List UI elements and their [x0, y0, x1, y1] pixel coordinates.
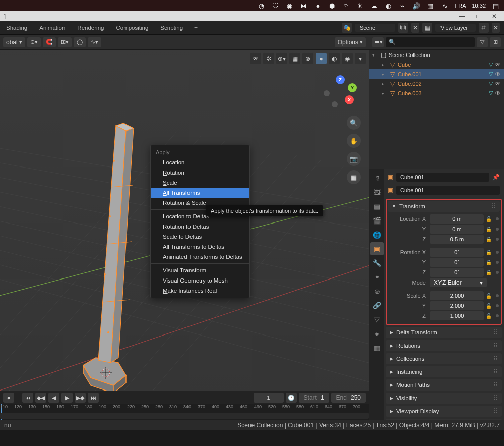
timeline-ruler[interactable]: 1101201301501601701801902002202502803103… [0, 404, 369, 420]
wireframe-shading-icon[interactable]: ⊚ [302, 53, 313, 64]
lock-icon[interactable]: 🔓 [486, 313, 493, 319]
pan-icon[interactable]: ✋ [347, 134, 361, 148]
particle-tab-icon[interactable]: ✦ [370, 270, 384, 284]
lock-icon[interactable]: 🔓 [486, 237, 493, 242]
wifi-icon[interactable]: ⌔ [342, 2, 350, 10]
start-frame-field[interactable]: Start1 [299, 393, 329, 403]
object-name-input[interactable] [396, 186, 500, 195]
menu-item-scale[interactable]: Scale [151, 178, 249, 188]
custom-properties-panel-header[interactable]: ▶Custom Properties⠿ [386, 419, 502, 420]
scale-y-field[interactable]: 2.000 [430, 301, 484, 310]
visibility-toggle-icon[interactable]: 👁 [495, 61, 501, 68]
tray-icon[interactable]: ◔ [257, 2, 265, 10]
tab-scripting[interactable]: Scripting [154, 21, 189, 34]
play-icon[interactable]: ▶ [61, 393, 73, 403]
outliner-new-collection-icon[interactable]: ⊞ [490, 37, 501, 47]
lock-icon[interactable]: 🔓 [486, 270, 493, 275]
tray-icon[interactable]: ⧓ [299, 2, 307, 10]
add-workspace-button[interactable]: + [189, 24, 203, 31]
transform-panel-header[interactable]: ▼ Transform ⠿ [388, 201, 500, 212]
visibility-toggle-icon[interactable]: 👁 [495, 80, 501, 87]
scale-x-field[interactable]: 2.000 [430, 291, 484, 300]
weather-icon[interactable]: ☀ [356, 2, 364, 10]
lock-icon[interactable]: 🔓 [486, 227, 493, 232]
keyframe-dot[interactable] [496, 314, 499, 317]
keyframe-dot[interactable] [496, 271, 499, 274]
jump-start-icon[interactable]: ⏮ [22, 393, 33, 403]
outliner-row[interactable]: ▸ ▽ Cube.001 ▽ 👁 [369, 69, 504, 79]
play-reverse-icon[interactable]: ◀ [48, 393, 59, 403]
options-dropdown[interactable]: Options ▾ [335, 37, 366, 47]
tray-icon[interactable]: 🛡 [271, 2, 279, 10]
view-layer-field[interactable]: View Layer [435, 24, 476, 32]
selectability-icon[interactable]: 👁 [250, 53, 261, 64]
zoom-icon[interactable]: 🔍 [347, 116, 361, 130]
lock-icon[interactable]: 🔓 [486, 216, 493, 222]
menu-item-rotation[interactable]: Rotation [151, 168, 249, 178]
scrollbar[interactable] [0, 413, 369, 419]
outliner-row[interactable]: ▸ ▽ Cube ▽ 👁 [369, 60, 504, 69]
disclosure-icon[interactable]: ▸ [382, 72, 387, 77]
menu-item-visual-geometry[interactable]: Visual Geometry to Mesh [151, 275, 249, 286]
scene-name-field[interactable]: Scene [355, 24, 395, 32]
modifier-tab-icon[interactable]: 🔧 [370, 256, 384, 269]
pivot-dropdown[interactable]: ⊙▾ [27, 37, 41, 47]
tab-animation[interactable]: Animation [33, 21, 71, 34]
axis-y[interactable]: Y [348, 83, 357, 92]
menu-item-rotation-deltas[interactable]: Rotation to Deltas [151, 221, 249, 232]
viewlayer-copy-icon[interactable]: ⿻ [479, 23, 489, 33]
axis-neg[interactable] [324, 90, 330, 96]
material-tab-icon[interactable]: ● [370, 327, 384, 340]
panel-options-icon[interactable]: ⠿ [491, 203, 496, 210]
outliner-mode-dropdown[interactable]: ≔▾ [372, 37, 384, 47]
volume-icon[interactable]: 🔊 [412, 2, 420, 10]
menu-item-all-deltas[interactable]: All Transforms to Deltas [151, 242, 249, 252]
lock-icon[interactable]: 🔓 [486, 260, 493, 265]
viewport-canvas[interactable]: 👁 ✲ ⊕▾ ▦ ⊚ ● ◐ ◉ ▾ Z Y X 🔍 ✋ 📷 [0, 50, 369, 391]
steam-icon[interactable]: ◐ [384, 2, 392, 10]
instancing-panel-header[interactable]: ▶Instancing⠿ [386, 366, 502, 377]
proportional-toggle[interactable]: ◯ [74, 37, 86, 47]
axis-x[interactable]: X [345, 95, 354, 104]
selected-mesh-object[interactable] [81, 116, 151, 391]
jump-end-icon[interactable]: ⏭ [88, 393, 99, 403]
menu-item-make-instances[interactable]: Make Instances Real [151, 286, 249, 296]
tray-icon[interactable]: ⬢ [328, 2, 336, 10]
viewlayer-tab-icon[interactable]: ▤ [370, 200, 384, 213]
keyframe-dot[interactable] [496, 304, 499, 307]
tray-icon[interactable]: ⌁ [398, 2, 406, 10]
delta-transform-panel-header[interactable]: ▶Delta Transform⠿ [386, 327, 502, 338]
object-tab-icon[interactable]: ▣ [370, 242, 384, 255]
collections-panel-header[interactable]: ▶Collections⠿ [386, 353, 502, 364]
location-y-field[interactable]: 0 m [430, 225, 484, 234]
world-tab-icon[interactable]: 🌐 [370, 228, 384, 241]
preview-range-icon[interactable]: 🕐 [286, 393, 297, 403]
location-x-field[interactable]: 0 m [430, 214, 484, 224]
scene-browse-icon[interactable]: 🎭 [342, 23, 352, 33]
outliner-row[interactable]: ▸ ▽ Cube.003 ▽ 👁 [369, 88, 504, 98]
material-shading-icon[interactable]: ◐ [329, 53, 340, 64]
minimize-button[interactable]: — [455, 12, 470, 21]
scene-copy-icon[interactable]: ⿻ [398, 23, 408, 33]
disclosure-icon[interactable]: ▸ [382, 81, 387, 86]
motion-paths-panel-header[interactable]: ▶Motion Paths⠿ [386, 379, 502, 391]
disclosure-icon[interactable]: ▾ [372, 52, 377, 58]
menu-item-location[interactable]: Location [151, 157, 249, 168]
rotation-mode-dropdown[interactable]: XYZ Euler▾ [430, 278, 487, 287]
language-indicator[interactable]: FRA [455, 3, 466, 9]
snap-dropdown[interactable]: ⊞▾ [58, 37, 72, 47]
tab-rendering[interactable]: Rendering [71, 21, 110, 34]
keyframe-prev-icon[interactable]: ◆◀ [35, 393, 46, 403]
navigation-gizmo[interactable]: Z Y X [323, 75, 358, 110]
current-frame-field[interactable]: 1 [254, 393, 284, 403]
rotation-y-field[interactable]: 0° [430, 258, 484, 267]
menu-item-visual-transform[interactable]: Visual Transform [151, 265, 249, 275]
tray-icon[interactable]: ◉ [285, 2, 293, 10]
tray-icon[interactable]: ● [313, 2, 322, 10]
tab-shading[interactable]: Shading [0, 21, 33, 34]
physics-tab-icon[interactable]: ⊚ [370, 285, 384, 298]
scene-delete-icon[interactable]: ✕ [411, 23, 419, 33]
notification-icon[interactable]: ▤ [492, 2, 500, 10]
solid-shading-icon[interactable]: ● [316, 53, 327, 64]
overlay-icon[interactable]: ⊕▾ [276, 53, 287, 64]
